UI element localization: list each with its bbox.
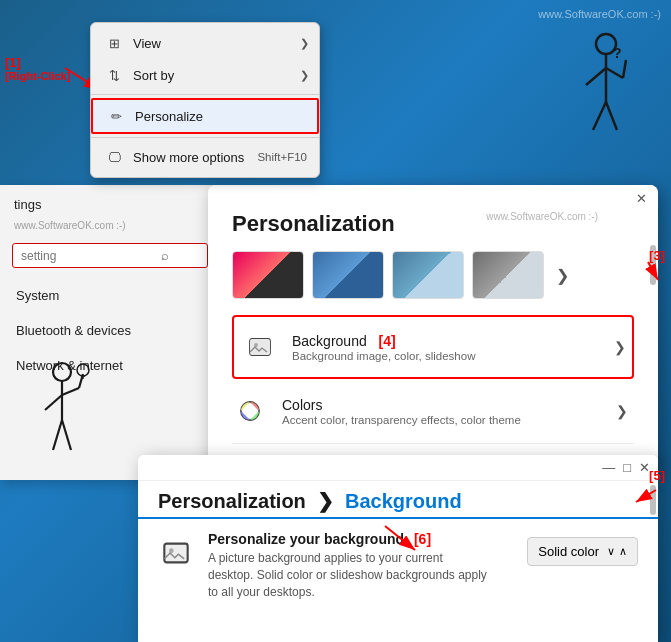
sidebar-item-network[interactable]: Network & internet (0, 348, 220, 383)
background-description: Background image, color, slideshow (292, 350, 475, 362)
bg-breadcrumb: Personalization ❯ Background (138, 481, 658, 519)
bg-window-titlebar: — □ ✕ (138, 455, 658, 481)
watermark-top-right: www.SoftwareOK.com :-) (538, 8, 661, 20)
annotation-1: [1] [Right-Click] (5, 55, 70, 82)
svg-point-20 (254, 343, 258, 347)
theme-preview-4[interactable] (472, 251, 544, 299)
window-titlebar: ✕ (208, 185, 658, 211)
svg-rect-19 (250, 339, 270, 355)
settings-item-colors[interactable]: Colors Accent color, transparency effect… (232, 379, 634, 444)
svg-point-23 (169, 548, 174, 553)
svg-line-2 (586, 68, 606, 85)
settings-panel: tings www.SoftwareOK.com :-) ⌕ System Bl… (0, 185, 220, 480)
bg-section-icon (158, 535, 194, 571)
context-menu: ⊞ View ❯ ⇅ Sort by ❯ ✏ Personalize 🖵 Sho… (90, 22, 320, 178)
bg-section-title: Personalize your background [6] (208, 531, 488, 547)
annotation-5: [5] (649, 468, 665, 483)
dropdown-up-icon: ∧ (619, 545, 627, 558)
minimize-icon[interactable]: — (602, 460, 615, 475)
dropdown-down-icon: ∨ (607, 545, 615, 558)
personalize-icon: ✏ (107, 107, 125, 125)
settings-search-bar[interactable]: ⌕ (12, 243, 208, 268)
stick-figure-top: ? (571, 30, 631, 170)
context-menu-item-view[interactable]: ⊞ View ❯ (91, 27, 319, 59)
bg-content: Personalize your background [6] A pictur… (138, 519, 658, 612)
search-icon: ⌕ (161, 248, 169, 263)
svg-text:?: ? (613, 45, 622, 61)
colors-description: Accent color, transparency effects, colo… (282, 414, 521, 426)
annotation-6-inline: [6] (414, 531, 431, 547)
sidebar-item-system[interactable]: System (0, 278, 220, 313)
sortby-arrow-icon: ❯ (300, 69, 309, 82)
stick-figure-settings (35, 360, 90, 470)
annotation-3: [3] (649, 248, 665, 263)
menu-divider (91, 94, 319, 95)
theme-preview-3[interactable] (392, 251, 464, 299)
svg-line-16 (53, 420, 62, 450)
menu-divider-2 (91, 137, 319, 138)
theme-preview-1[interactable] (232, 251, 304, 299)
colors-arrow-icon: ❯ (616, 403, 628, 419)
showmore-icon: 🖵 (105, 148, 123, 166)
svg-line-6 (606, 102, 617, 130)
annotation-4: [4] (379, 333, 396, 349)
settings-title: tings (0, 185, 220, 218)
context-menu-item-sortby[interactable]: ⇅ Sort by ❯ (91, 59, 319, 91)
background-item-text: Background [4] Background image, color, … (292, 333, 475, 362)
close-icon[interactable]: ✕ (634, 191, 648, 205)
theme-previews: ❯ (232, 251, 634, 299)
svg-point-8 (53, 363, 71, 381)
svg-line-11 (62, 388, 79, 395)
colors-icon (232, 393, 268, 429)
background-arrow-icon: ❯ (614, 339, 626, 355)
svg-line-17 (62, 420, 71, 450)
colors-label: Colors (282, 397, 521, 413)
personalization-watermark: www.SoftwareOK.com :-) (486, 211, 598, 222)
svg-rect-22 (164, 544, 187, 563)
background-icon (242, 329, 278, 365)
bg-section-text: Personalize your background [6] A pictur… (208, 531, 488, 600)
settings-search-input[interactable] (21, 249, 161, 263)
showmore-shortcut: Shift+F10 (257, 151, 307, 163)
background-label: Background [4] (292, 333, 475, 349)
context-menu-item-showmore[interactable]: 🖵 Show more options Shift+F10 (91, 141, 319, 173)
svg-line-4 (623, 60, 626, 78)
sidebar-item-bluetooth[interactable]: Bluetooth & devices (0, 313, 220, 348)
bg-dropdown[interactable]: Solid color ∨ ∧ (527, 537, 638, 566)
colors-item-text: Colors Accent color, transparency effect… (282, 397, 521, 426)
settings-nav: System Bluetooth & devices Network & int… (0, 278, 220, 383)
background-window: — □ ✕ Personalization ❯ Background Perso… (138, 455, 658, 642)
sortby-icon: ⇅ (105, 66, 123, 84)
background-scrollbar[interactable] (650, 485, 656, 515)
context-menu-item-personalize[interactable]: ✏ Personalize (91, 98, 319, 134)
personalization-content: Personalization ❯ Background (208, 211, 658, 444)
maximize-icon[interactable]: □ (623, 460, 631, 475)
svg-line-3 (606, 68, 623, 78)
settings-item-background[interactable]: Background [4] Background image, color, … (232, 315, 634, 379)
personalization-window: ✕ www.SoftwareOK.com :-) Personalization… (208, 185, 658, 470)
bg-section-desc: A picture background applies to your cur… (208, 550, 488, 600)
view-arrow-icon: ❯ (300, 37, 309, 50)
view-icon: ⊞ (105, 34, 123, 52)
theme-preview-arrow-icon[interactable]: ❯ (552, 251, 572, 299)
svg-line-5 (593, 102, 606, 130)
bg-dropdown-label: Solid color (538, 544, 599, 559)
svg-line-10 (45, 395, 62, 410)
theme-preview-2[interactable] (312, 251, 384, 299)
settings-watermark: www.SoftwareOK.com :-) (0, 218, 220, 237)
